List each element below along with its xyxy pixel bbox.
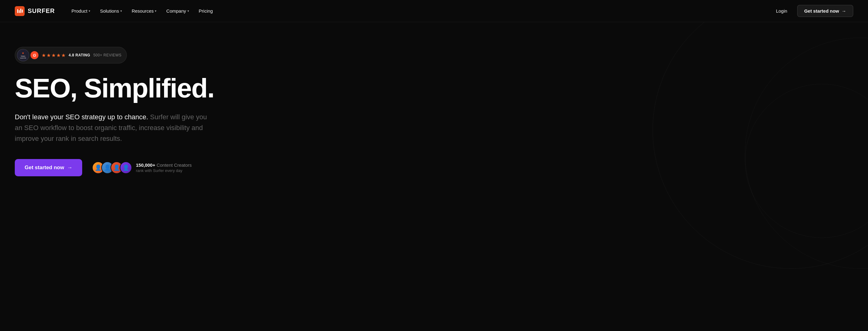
svg-rect-0 — [17, 9, 18, 13]
nav-item-solutions[interactable]: Solutions ▾ — [96, 6, 126, 16]
bg-circle-1 — [653, 22, 868, 269]
social-proof-text: 150,000+ Content Creators rank with Surf… — [136, 162, 191, 173]
chevron-down-icon: ▾ — [155, 9, 156, 12]
arrow-icon: → — [67, 165, 72, 171]
star-icon: ★ — [52, 52, 56, 58]
nav-cta-button[interactable]: Get started now → — [797, 5, 853, 17]
bg-circle-2 — [745, 37, 868, 269]
avatar-group: 👤 👤 👤 👤 — [92, 162, 132, 174]
hero-subtitle: Don't leave your SEO strategy up to chan… — [15, 112, 212, 144]
navbar: SURFER Product ▾ Solutions ▾ Resources ▾… — [0, 0, 868, 22]
g2-logo: G — [30, 51, 38, 59]
hero-title: SEO, Simplified. — [15, 75, 246, 102]
hero-cta-button[interactable]: Get started now → — [15, 159, 82, 176]
bg-circle-3 — [745, 84, 868, 238]
rating-value: 4.8 RATING — [69, 53, 90, 57]
chevron-down-icon: ▾ — [120, 9, 122, 12]
hero-section: ♥ Users Love Us G ★ ★ ★ ★ ★ 4.8 RATING 5… — [0, 22, 868, 331]
star-icon: ★ — [41, 52, 46, 58]
nav-item-resources[interactable]: Resources ▾ — [127, 6, 161, 16]
chevron-down-icon: ▾ — [89, 9, 90, 12]
rating-badge: ♥ Users Love Us G ★ ★ ★ ★ ★ 4.8 RATING 5… — [15, 47, 127, 63]
star-icon: ★ — [61, 52, 66, 58]
arrow-icon: → — [841, 8, 846, 13]
hero-content: ♥ Users Love Us G ★ ★ ★ ★ ★ 4.8 RATING 5… — [15, 47, 246, 176]
nav-left: SURFER Product ▾ Solutions ▾ Resources ▾… — [15, 6, 217, 16]
nav-item-pricing[interactable]: Pricing — [194, 6, 217, 16]
nav-links: Product ▾ Solutions ▾ Resources ▾ Compan… — [67, 6, 217, 16]
nav-right: Login Get started now → — [771, 5, 853, 17]
heart-icon: ♥ — [22, 52, 24, 55]
social-proof: 👤 👤 👤 👤 150,000+ — [92, 162, 191, 174]
badge-icons: ♥ Users Love Us G — [17, 49, 38, 61]
star-icon: ★ — [46, 52, 51, 58]
reviews-count: 500+ REVIEWS — [93, 53, 122, 57]
social-proof-number: 150,000+ Content Creators — [136, 162, 191, 168]
login-button[interactable]: Login — [771, 6, 792, 16]
avatar: 👤 — [120, 162, 132, 174]
svg-rect-1 — [19, 10, 20, 13]
logo[interactable]: SURFER — [15, 6, 55, 16]
social-proof-desc: rank with Surfer every day — [136, 168, 191, 173]
logo-text: SURFER — [28, 7, 55, 15]
logo-icon — [15, 6, 25, 16]
star-icon: ★ — [56, 52, 61, 58]
svg-rect-2 — [20, 9, 21, 13]
cta-row: Get started now → 👤 👤 👤 👤 — [15, 159, 246, 176]
chevron-down-icon: ▾ — [187, 9, 189, 12]
nav-item-company[interactable]: Company ▾ — [162, 6, 193, 16]
svg-rect-3 — [22, 9, 23, 12]
star-rating: ★ ★ ★ ★ ★ — [41, 52, 66, 58]
nav-item-product[interactable]: Product ▾ — [67, 6, 94, 16]
hero-subtitle-white: Don't leave your SEO strategy up to chan… — [15, 113, 148, 121]
users-love-badge: ♥ Users Love Us — [17, 49, 29, 61]
